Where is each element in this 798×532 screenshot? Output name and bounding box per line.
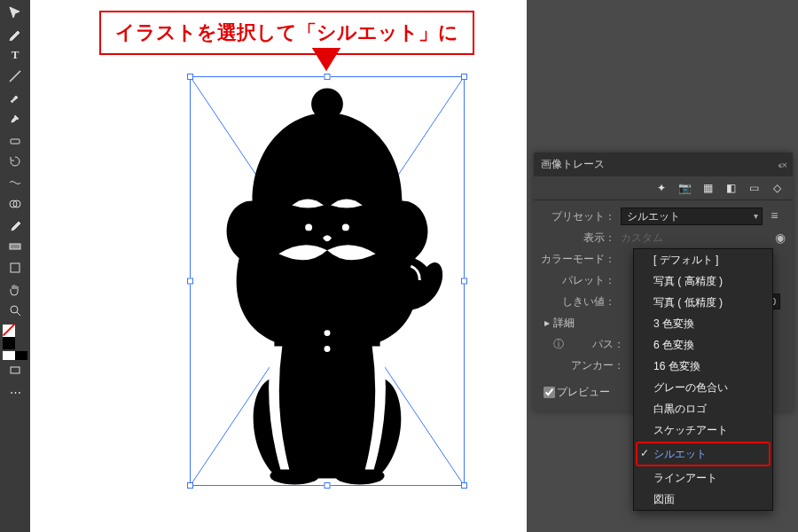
svg-rect-4 [10, 244, 20, 249]
handle-bot-mid[interactable] [325, 482, 331, 489]
svg-point-16 [325, 330, 331, 336]
tool-artboard[interactable] [2, 257, 28, 278]
disclosure-triangle-icon: ▸ [541, 317, 553, 329]
colormode-white-icon [3, 351, 15, 360]
panel-title: 画像トレース [541, 157, 605, 172]
label-detail: 詳細 [553, 316, 575, 331]
preset-option[interactable]: ラインアート [634, 467, 772, 489]
svg-point-6 [11, 306, 18, 313]
instruction-callout: イラストを選択して「シルエット」に [99, 11, 474, 55]
preset-option[interactable]: 写真 ( 高精度 ) [634, 270, 772, 292]
preset-option-selected[interactable]: シルエット [636, 442, 771, 466]
preset-option[interactable]: 3 色変換 [634, 313, 772, 334]
handle-top-mid[interactable] [325, 74, 331, 80]
stroke-black-icon [3, 337, 15, 349]
preset-option[interactable]: 白黒のロゴ [634, 398, 772, 419]
view-value-disabled: カスタム [621, 231, 663, 244]
svg-point-14 [305, 223, 312, 231]
svg-rect-1 [11, 139, 20, 144]
preset-menu-icon[interactable]: ≡ [771, 208, 778, 223]
label-path: パス： [566, 337, 630, 352]
selection-diagonals [191, 77, 464, 485]
preset-auto-icon[interactable]: ✦ [654, 182, 669, 194]
handle-mid-left[interactable] [187, 278, 193, 285]
label-anchor: アンカー： [566, 358, 630, 373]
svg-line-10 [191, 77, 464, 485]
screen-mode[interactable] [2, 360, 28, 381]
handle-bot-left[interactable] [187, 482, 193, 489]
preset-bw-icon[interactable]: ◧ [724, 182, 738, 194]
handle-top-right[interactable] [461, 74, 467, 80]
callout-tail-icon [314, 50, 339, 71]
preview-checkbox[interactable] [541, 387, 557, 398]
preset-select[interactable]: シルエット [621, 207, 763, 225]
svg-line-7 [17, 312, 20, 316]
handle-bot-right[interactable] [461, 482, 467, 489]
label-preview: プレビュー [557, 385, 610, 400]
character-silhouette [191, 77, 464, 485]
tool-eraser[interactable] [2, 129, 28, 151]
image-trace-panel: 画像トレース ‹‹ × ✦ 📷 ▦ ◧ ▭ ◇ プリセット： シルエット ≡ 表… [534, 153, 793, 411]
fill-none-icon [3, 325, 15, 337]
svg-line-9 [191, 77, 464, 485]
selection-bounding-box[interactable] [190, 76, 465, 486]
preset-option[interactable]: 図面 [634, 489, 772, 510]
colormode-black-icon [15, 351, 27, 360]
row-view: 表示： カスタム ◉ [541, 227, 786, 248]
info-icon[interactable]: ⓘ [552, 337, 566, 352]
row-preset: プリセット： シルエット ≡ [541, 206, 786, 227]
color-mode-row[interactable] [3, 351, 27, 360]
callout-text: イラストを選択して「シルエット」に [115, 21, 458, 43]
panel-collapse-close-icon[interactable]: ‹‹ × [778, 160, 786, 170]
artboard[interactable]: イラストを選択して「シルエット」に [30, 0, 527, 532]
label-colormode: カラーモード： [541, 252, 621, 267]
preset-option[interactable]: スケッチアート [634, 419, 772, 441]
panel-body: プリセット： シルエット ≡ 表示： カスタム ◉ カラーモード： パレット： … [534, 200, 793, 411]
preset-tech-icon[interactable]: ◇ [770, 182, 784, 194]
preset-option[interactable]: 写真 ( 低精度 ) [634, 292, 772, 313]
tool-type[interactable]: T [2, 44, 28, 66]
tool-eyedropper[interactable] [2, 215, 28, 236]
preset-option[interactable]: グレーの色合い [634, 377, 772, 398]
svg-rect-5 [11, 263, 20, 272]
svg-point-15 [342, 223, 349, 231]
label-view: 表示： [541, 231, 621, 246]
panel-preset-icons: ✦ 📷 ▦ ◧ ▭ ◇ [534, 176, 793, 200]
label-palette: パレット： [541, 273, 621, 288]
preset-photo-icon[interactable]: 📷 [677, 182, 692, 194]
label-threshold: しきい値： [541, 294, 621, 309]
svg-point-11 [311, 88, 343, 120]
svg-rect-8 [11, 367, 20, 373]
handle-top-left[interactable] [187, 74, 193, 80]
tool-brush[interactable] [2, 87, 28, 108]
panel-header[interactable]: 画像トレース ‹‹ × [534, 153, 793, 176]
tool-width[interactable] [2, 172, 28, 193]
svg-point-17 [325, 346, 331, 352]
handle-mid-right[interactable] [461, 278, 467, 285]
tool-selection[interactable] [2, 2, 28, 23]
preset-swatch-icon[interactable]: ▦ [700, 182, 715, 194]
preset-option[interactable]: 6 色変換 [634, 334, 772, 356]
tool-shaper[interactable] [2, 108, 28, 129]
preset-option[interactable]: 16 色変換 [634, 356, 772, 377]
preset-option[interactable]: [ デフォルト ] [634, 249, 772, 270]
tool-gradient[interactable] [2, 236, 28, 257]
svg-point-12 [270, 467, 319, 485]
fill-stroke-swatch[interactable] [3, 325, 27, 337]
tool-hand[interactable] [2, 278, 28, 300]
tool-line[interactable] [2, 66, 28, 87]
left-toolbar: T ⋯ [0, 0, 30, 532]
tool-zoom[interactable] [2, 300, 28, 321]
label-preset: プリセット： [541, 209, 621, 224]
tool-pen[interactable] [2, 23, 28, 44]
svg-point-13 [335, 467, 385, 485]
view-visibility-icon[interactable]: ◉ [775, 231, 786, 245]
tool-rotate[interactable] [2, 151, 28, 172]
preset-outline-icon[interactable]: ▭ [747, 182, 761, 194]
svg-line-0 [10, 71, 20, 82]
tool-more[interactable]: ⋯ [2, 381, 28, 403]
preset-dropdown: [ デフォルト ] 写真 ( 高精度 ) 写真 ( 低精度 ) 3 色変換 6 … [633, 248, 773, 511]
tool-shape-builder[interactable] [2, 193, 28, 215]
